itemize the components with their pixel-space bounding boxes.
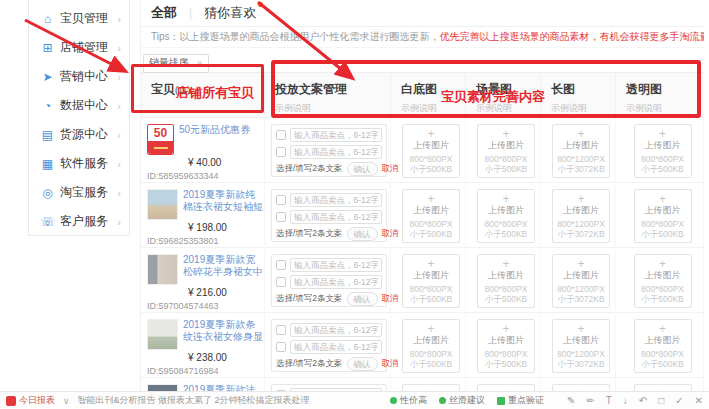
- confirm-button[interactable]: 确认: [347, 292, 378, 306]
- copy-line: [276, 323, 382, 337]
- rect-icon[interactable]: □: [658, 395, 664, 406]
- plus-icon: +: [478, 323, 534, 335]
- upload-image-button[interactable]: + 上传图片 800*800PX 小于500KB: [634, 254, 692, 308]
- caret-icon[interactable]: ∨: [63, 396, 70, 406]
- selling-point-input[interactable]: [290, 275, 382, 289]
- plus-icon: +: [403, 128, 459, 140]
- report-brand[interactable]: 今日报表: [19, 394, 55, 407]
- checkbox[interactable]: [276, 260, 286, 270]
- headset-icon: ☏: [40, 215, 55, 229]
- product-title-link[interactable]: 2019夏季新款条纹连衣裙女修身显瘦小众网红: [183, 319, 264, 343]
- upload-image-button[interactable]: + 上传图片 800*800PX 小于500KB: [477, 384, 535, 391]
- example-link[interactable]: 示例说明: [401, 102, 465, 115]
- example-link[interactable]: 示例说明: [476, 102, 540, 115]
- upload-label: 上传图片: [478, 335, 534, 346]
- product-title-link[interactable]: 2019夏季新款法式波点连衣裙女中长款夏天山: [183, 384, 264, 391]
- marker-icon[interactable]: ✏: [586, 395, 594, 406]
- confirm-button[interactable]: 确认: [347, 162, 378, 176]
- upload-image-button[interactable]: + 上传图片 800*800PX 小于500KB: [477, 254, 535, 308]
- main-panel: 全部 | 猜你喜欢 Tips：以上搜逛场景的商品会根据用户个性化需求进行圈选更新…: [140, 0, 704, 391]
- sidebar-item-6[interactable]: ▦软件服务›: [29, 149, 129, 178]
- sidebar-menu: ⌂宝贝管理›⊞店铺管理›➤营销中心›◔数据中心›▤货源中心›▦软件服务›◎淘宝服…: [29, 4, 129, 236]
- column-header-1: 宝贝(11): [141, 73, 265, 117]
- checkbox[interactable]: [276, 212, 286, 222]
- upload-image-button[interactable]: + 上传图片 800*800PX 小于500KB: [402, 319, 460, 373]
- selling-point-input[interactable]: [290, 193, 382, 207]
- checkbox[interactable]: [276, 195, 286, 205]
- status-item-1[interactable]: 性价高: [390, 394, 427, 407]
- tab-guess-you-like[interactable]: 猜你喜欢: [204, 4, 256, 22]
- checkbox[interactable]: [276, 342, 286, 352]
- plus-icon: +: [635, 323, 691, 335]
- sidebar-item-7[interactable]: ◎淘宝服务›: [29, 178, 129, 207]
- selling-point-input[interactable]: [290, 323, 382, 337]
- upload-image-button[interactable]: + 上传图片 800*1200PX 小于3072KB: [552, 384, 610, 391]
- upload-image-button[interactable]: + 上传图片 800*800PX 小于500KB: [477, 319, 535, 373]
- product-title-link[interactable]: 2019夏季新款宽松碎花半身裙女中长款雪纺白: [183, 254, 264, 278]
- plus-icon: +: [403, 193, 459, 205]
- chart-icon: ◔: [40, 99, 55, 113]
- sidebar-item-4[interactable]: ◔数据中心›: [29, 91, 129, 120]
- upload-image-button[interactable]: + 上传图片 800*1200PX 小于3072KB: [552, 319, 610, 373]
- selling-point-input[interactable]: [290, 340, 382, 354]
- pen-icon[interactable]: ✎: [567, 395, 575, 406]
- selling-point-input[interactable]: [290, 210, 382, 224]
- upload-image-button[interactable]: + 上传图片 800*800PX 小于500KB: [634, 384, 692, 391]
- text-icon[interactable]: T: [606, 395, 612, 406]
- sidebar-item-8[interactable]: ☏客户服务›: [29, 207, 129, 236]
- upload-image-button[interactable]: + 上传图片 800*1200PX 小于3072KB: [552, 124, 610, 178]
- selling-point-input[interactable]: [290, 258, 382, 272]
- copy-footer: 选择/填写2条文案 确认 取消: [276, 162, 382, 176]
- close-icon[interactable]: ✕: [695, 395, 703, 406]
- sidebar-item-3[interactable]: ➤营销中心›: [29, 62, 129, 91]
- example-link[interactable]: 示例说明: [275, 102, 390, 115]
- product-thumbnail[interactable]: [147, 384, 178, 391]
- upload-image-button[interactable]: + 上传图片 800*800PX 小于500KB: [402, 384, 460, 391]
- tab-bar: 全部 | 猜你喜欢: [141, 0, 704, 27]
- plus-icon: +: [478, 258, 534, 270]
- product-title-link[interactable]: 2019夏季新款纯棉连衣裙女短袖短裤T恤中长款: [183, 189, 264, 213]
- upload-cell-transparent: + 上传图片 800*800PX 小于500KB: [616, 183, 704, 247]
- upload-image-button[interactable]: + 上传图片 800*800PX 小于500KB: [402, 124, 460, 178]
- product-thumbnail[interactable]: [147, 189, 178, 220]
- download-icon[interactable]: ↓: [623, 395, 628, 406]
- sidebar-item-2[interactable]: ⊞店铺管理›: [29, 33, 129, 62]
- upload-image-button[interactable]: + 上传图片 800*1200PX 小于3072KB: [552, 189, 610, 243]
- status-item-2[interactable]: 丝滑建议: [439, 394, 485, 407]
- confirm-icon[interactable]: ✓: [675, 395, 683, 406]
- product-thumbnail[interactable]: [147, 319, 178, 350]
- checkbox[interactable]: [276, 325, 286, 335]
- product-title-link[interactable]: 50元新品优惠券: [179, 124, 261, 148]
- upload-image-button[interactable]: + 上传图片 800*800PX 小于500KB: [477, 124, 535, 178]
- selling-point-input[interactable]: [290, 145, 382, 159]
- copy-cell: 选择/填写2条文案 确认 取消: [265, 183, 391, 247]
- sort-dropdown[interactable]: 销量排序 ∨: [143, 54, 209, 73]
- checkbox[interactable]: [276, 277, 286, 287]
- example-link[interactable]: 示例说明: [626, 102, 704, 115]
- upload-limit: 小于3072KB: [553, 229, 609, 239]
- chevron-right-icon: ›: [117, 187, 121, 199]
- product-thumbnail[interactable]: [147, 254, 178, 285]
- upload-image-button[interactable]: + 上传图片 800*800PX 小于500KB: [402, 254, 460, 308]
- copy-cell: 选择/填写2条文案 确认 取消: [265, 313, 391, 377]
- upload-image-button[interactable]: + 上传图片 800*800PX 小于500KB: [402, 189, 460, 243]
- confirm-button[interactable]: 确认: [347, 357, 378, 371]
- checkbox[interactable]: [276, 147, 286, 157]
- tab-guess-label: 猜你喜欢: [204, 5, 256, 20]
- tab-all[interactable]: 全部: [151, 4, 177, 22]
- upload-image-button[interactable]: + 上传图片 800*800PX 小于500KB: [634, 319, 692, 373]
- undo-icon[interactable]: ↶: [639, 395, 647, 406]
- upload-image-button[interactable]: + 上传图片 800*1200PX 小于3072KB: [552, 254, 610, 308]
- sidebar-item-1[interactable]: ⌂宝贝管理›: [29, 4, 129, 33]
- coupon-thumbnail[interactable]: 50: [147, 124, 174, 155]
- upload-image-button[interactable]: + 上传图片 800*800PX 小于500KB: [477, 189, 535, 243]
- sidebar-item-label: 数据中心: [60, 97, 108, 114]
- example-link[interactable]: 示例说明: [551, 102, 615, 115]
- sidebar-item-5[interactable]: ▤货源中心›: [29, 120, 129, 149]
- upload-image-button[interactable]: + 上传图片 800*800PX 小于500KB: [634, 124, 692, 178]
- confirm-button[interactable]: 确认: [347, 227, 378, 241]
- upload-image-button[interactable]: + 上传图片 800*800PX 小于500KB: [634, 189, 692, 243]
- status-item-3[interactable]: 重点验证: [497, 394, 544, 407]
- checkbox[interactable]: [276, 130, 286, 140]
- selling-point-input[interactable]: [290, 128, 382, 142]
